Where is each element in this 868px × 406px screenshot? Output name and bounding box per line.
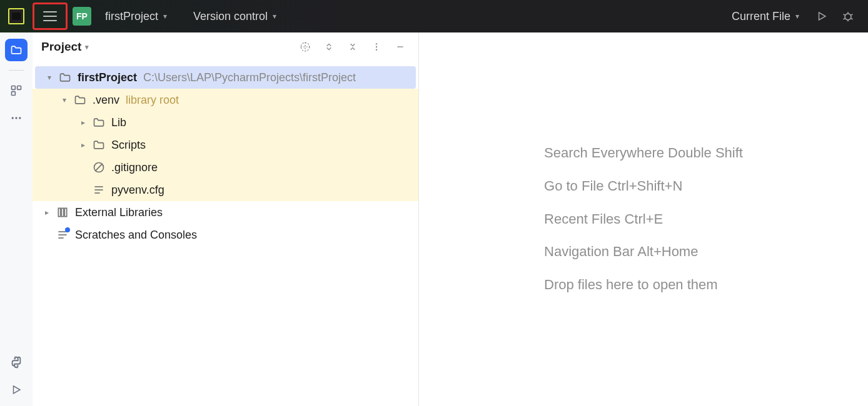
- scratches-icon: [56, 229, 69, 241]
- tree-node-label: firstProject: [78, 71, 137, 84]
- svg-line-4: [851, 14, 853, 16]
- svg-marker-16: [14, 386, 21, 394]
- tree-node-label: Scripts: [111, 139, 146, 152]
- tree-node-label: Scratches and Consoles: [75, 229, 197, 242]
- chevron-down-icon: ▾: [795, 12, 799, 21]
- hint-navigation-bar: Navigation Bar Alt+Home: [544, 235, 743, 269]
- svg-point-20: [376, 43, 377, 44]
- hamburger-icon: [43, 11, 57, 21]
- collapse-all-button[interactable]: [343, 37, 362, 56]
- tree-node-external-libraries[interactable]: ▸ External Libraries: [33, 201, 418, 224]
- project-tree: ▾ firstProject C:\Users\LAP\PycharmProje…: [33, 61, 418, 246]
- svg-rect-10: [12, 92, 16, 96]
- svg-point-22: [376, 49, 377, 50]
- svg-point-12: [15, 117, 17, 119]
- svg-point-13: [19, 117, 21, 119]
- collapse-icon: [348, 42, 358, 52]
- expand-all-button[interactable]: [320, 37, 338, 56]
- left-rail: [0, 32, 33, 406]
- project-name-label: firstProject: [105, 10, 158, 23]
- project-dropdown[interactable]: firstProject ▾: [98, 6, 174, 27]
- hint-drop-files: Drop files here to open them: [544, 269, 743, 302]
- svg-rect-31: [64, 208, 66, 216]
- play-icon: [11, 384, 22, 395]
- tree-node-lib[interactable]: ▸ Lib: [33, 111, 418, 134]
- run-target-dropdown[interactable]: Current File ▾: [724, 6, 807, 27]
- version-control-dropdown[interactable]: Version control ▾: [186, 6, 284, 27]
- editor-hints: Search Everywhere Double Shift Go to Fil…: [544, 137, 743, 302]
- svg-rect-30: [61, 208, 63, 216]
- select-opened-file-button[interactable]: [296, 37, 315, 56]
- project-panel-header: Project ▾: [33, 32, 418, 61]
- library-icon: [56, 206, 69, 219]
- hint-recent-files: Recent Files Ctrl+E: [544, 203, 743, 236]
- panel-options-button[interactable]: [367, 37, 386, 56]
- tree-node-scripts[interactable]: ▸ Scripts: [33, 134, 418, 156]
- project-panel-title-label: Project: [41, 40, 81, 54]
- bug-icon: [842, 10, 854, 22]
- svg-point-15: [18, 365, 18, 366]
- python-icon: [9, 355, 23, 369]
- topbar-right: Current File ▾: [724, 5, 868, 27]
- more-tool-button[interactable]: [5, 107, 28, 129]
- tree-node-project-root[interactable]: ▾ firstProject C:\Users\LAP\PycharmProje…: [35, 66, 416, 89]
- project-tool-button[interactable]: [5, 39, 28, 61]
- text-file-icon: [93, 184, 105, 196]
- tree-node-gitignore[interactable]: ▸ .gitignore: [33, 156, 418, 179]
- structure-icon: [10, 84, 23, 97]
- folder-icon: [93, 116, 105, 129]
- ignored-file-icon: [93, 161, 105, 174]
- minimize-icon: [395, 42, 405, 52]
- tree-node-scratches[interactable]: ▸ Scratches and Consoles: [33, 224, 418, 246]
- structure-tool-button[interactable]: [5, 79, 28, 102]
- hide-panel-button[interactable]: [391, 37, 410, 56]
- chevron-down-icon: ▾: [273, 12, 276, 21]
- svg-rect-8: [12, 86, 16, 90]
- svg-point-1: [845, 14, 851, 20]
- tree-node-venv[interactable]: ▾ .venv library root: [33, 89, 418, 111]
- chevron-right-icon: ▸: [78, 141, 89, 149]
- main-menu-button[interactable]: [33, 2, 68, 30]
- tree-node-label: .gitignore: [111, 161, 158, 174]
- chevron-right-icon: ▸: [78, 118, 89, 127]
- project-panel-title-dropdown[interactable]: Project ▾: [41, 40, 89, 54]
- svg-line-5: [844, 18, 845, 19]
- chevron-down-icon: ▾: [163, 12, 167, 21]
- chevron-down-icon: ▾: [85, 43, 89, 51]
- svg-marker-0: [819, 12, 826, 20]
- svg-line-25: [95, 164, 103, 171]
- chevron-down-icon: ▾: [44, 73, 55, 82]
- folder-icon: [59, 71, 71, 84]
- debug-button[interactable]: [837, 5, 859, 27]
- library-root-hint: library root: [126, 94, 179, 107]
- svg-line-6: [851, 18, 853, 19]
- python-console-button[interactable]: [5, 351, 28, 374]
- svg-point-21: [376, 46, 377, 47]
- play-icon: [816, 11, 827, 22]
- tree-node-path: C:\Users\LAP\PycharmProjects\firstProjec…: [143, 71, 356, 84]
- tree-node-label: External Libraries: [75, 206, 163, 219]
- svg-rect-9: [18, 86, 21, 90]
- project-panel: Project ▾ ▾: [33, 32, 419, 406]
- kebab-icon: [371, 42, 381, 52]
- run-button[interactable]: [810, 5, 833, 27]
- chevron-down-icon: ▾: [59, 96, 70, 104]
- svg-point-14: [14, 358, 15, 359]
- chevron-right-icon: ▸: [41, 208, 53, 217]
- target-icon: [300, 41, 311, 52]
- tree-node-label: Lib: [111, 116, 126, 129]
- svg-line-3: [844, 14, 845, 16]
- svg-point-17: [301, 42, 310, 51]
- project-badge: FP: [73, 7, 91, 26]
- pycharm-logo: [0, 0, 33, 32]
- pycharm-icon: [8, 8, 24, 24]
- run-tool-button[interactable]: [5, 379, 28, 401]
- rail-divider: [9, 70, 24, 71]
- folder-icon: [93, 139, 105, 151]
- svg-point-11: [12, 117, 14, 119]
- tree-node-pyvenv[interactable]: ▸ pyvenv.cfg: [33, 179, 418, 201]
- topbar: FP firstProject ▾ Version control ▾ Curr…: [0, 0, 868, 32]
- hint-go-to-file: Go to File Ctrl+Shift+N: [544, 170, 743, 203]
- editor-drop-area[interactable]: Search Everywhere Double Shift Go to Fil…: [419, 32, 868, 406]
- tree-node-label: .venv: [93, 94, 119, 107]
